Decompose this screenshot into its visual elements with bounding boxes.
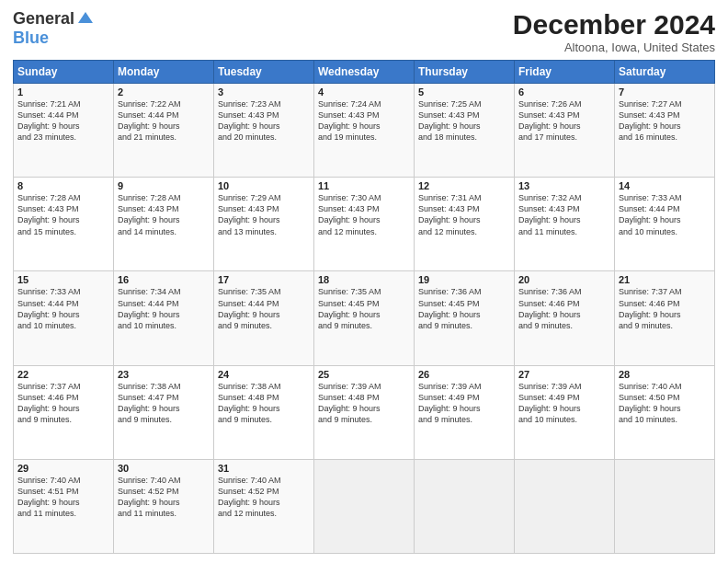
calendar-cell: 12Sunrise: 7:31 AM Sunset: 4:43 PM Dayli…	[415, 178, 515, 271]
calendar-cell: 2Sunrise: 7:22 AM Sunset: 4:44 PM Daylig…	[114, 84, 214, 178]
day-info: Sunrise: 7:37 AM Sunset: 4:46 PM Dayligh…	[619, 286, 711, 331]
day-info: Sunrise: 7:26 AM Sunset: 4:43 PM Dayligh…	[518, 98, 610, 144]
location: Altoona, Iowa, United States	[513, 40, 715, 54]
day-number: 3	[218, 86, 310, 98]
day-number: 22	[17, 369, 109, 380]
day-number: 28	[619, 369, 711, 380]
day-number: 1	[17, 86, 109, 98]
day-header-tuesday: Tuesday	[214, 61, 314, 84]
calendar-cell: 31Sunrise: 7:40 AM Sunset: 4:52 PM Dayli…	[214, 459, 314, 553]
day-number: 8	[17, 180, 109, 191]
calendar-cell: 26Sunrise: 7:39 AM Sunset: 4:49 PM Dayli…	[415, 365, 515, 459]
day-info: Sunrise: 7:27 AM Sunset: 4:43 PM Dayligh…	[619, 98, 711, 144]
day-info: Sunrise: 7:39 AM Sunset: 4:49 PM Dayligh…	[418, 381, 510, 426]
calendar-cell: 24Sunrise: 7:38 AM Sunset: 4:48 PM Dayli…	[214, 365, 314, 459]
day-number: 16	[118, 274, 210, 285]
calendar-cell: 10Sunrise: 7:29 AM Sunset: 4:43 PM Dayli…	[214, 178, 314, 271]
day-number: 10	[218, 180, 310, 191]
day-number: 4	[318, 86, 410, 98]
logo-blue-text: Blue	[13, 29, 49, 48]
calendar-cell: 17Sunrise: 7:35 AM Sunset: 4:44 PM Dayli…	[214, 271, 314, 365]
day-number: 19	[418, 274, 510, 285]
calendar-cell: 21Sunrise: 7:37 AM Sunset: 4:46 PM Dayli…	[615, 271, 715, 365]
calendar-cell: 27Sunrise: 7:39 AM Sunset: 4:49 PM Dayli…	[515, 365, 615, 459]
calendar-cell: 1Sunrise: 7:21 AM Sunset: 4:44 PM Daylig…	[14, 84, 114, 178]
day-info: Sunrise: 7:40 AM Sunset: 4:51 PM Dayligh…	[17, 475, 109, 520]
calendar-cell: 23Sunrise: 7:38 AM Sunset: 4:47 PM Dayli…	[114, 365, 214, 459]
day-number: 15	[17, 274, 109, 285]
day-number: 11	[318, 180, 410, 191]
day-info: Sunrise: 7:37 AM Sunset: 4:46 PM Dayligh…	[17, 381, 109, 426]
calendar-cell: 22Sunrise: 7:37 AM Sunset: 4:46 PM Dayli…	[14, 365, 114, 459]
day-number: 21	[619, 274, 711, 285]
day-info: Sunrise: 7:39 AM Sunset: 4:48 PM Dayligh…	[318, 381, 410, 426]
day-info: Sunrise: 7:29 AM Sunset: 4:43 PM Dayligh…	[218, 192, 310, 237]
calendar-cell: 28Sunrise: 7:40 AM Sunset: 4:50 PM Dayli…	[615, 365, 715, 459]
day-info: Sunrise: 7:21 AM Sunset: 4:44 PM Dayligh…	[17, 98, 109, 144]
calendar-cell: 4Sunrise: 7:24 AM Sunset: 4:43 PM Daylig…	[314, 84, 415, 178]
day-info: Sunrise: 7:32 AM Sunset: 4:43 PM Dayligh…	[518, 192, 610, 237]
day-number: 12	[418, 180, 510, 191]
calendar-cell	[314, 459, 415, 553]
calendar-cell: 5Sunrise: 7:25 AM Sunset: 4:43 PM Daylig…	[415, 84, 515, 178]
day-info: Sunrise: 7:40 AM Sunset: 4:50 PM Dayligh…	[619, 381, 711, 426]
day-info: Sunrise: 7:34 AM Sunset: 4:44 PM Dayligh…	[118, 286, 210, 331]
day-info: Sunrise: 7:31 AM Sunset: 4:43 PM Dayligh…	[418, 192, 510, 237]
calendar-cell: 29Sunrise: 7:40 AM Sunset: 4:51 PM Dayli…	[14, 459, 114, 553]
day-info: Sunrise: 7:25 AM Sunset: 4:43 PM Dayligh…	[418, 98, 510, 144]
day-info: Sunrise: 7:30 AM Sunset: 4:43 PM Dayligh…	[318, 192, 410, 237]
calendar-cell: 19Sunrise: 7:36 AM Sunset: 4:45 PM Dayli…	[415, 271, 515, 365]
day-number: 23	[118, 369, 210, 380]
day-info: Sunrise: 7:40 AM Sunset: 4:52 PM Dayligh…	[218, 475, 310, 520]
day-number: 5	[418, 86, 510, 98]
day-info: Sunrise: 7:22 AM Sunset: 4:44 PM Dayligh…	[118, 98, 210, 144]
day-header-saturday: Saturday	[615, 61, 715, 84]
day-info: Sunrise: 7:39 AM Sunset: 4:49 PM Dayligh…	[518, 381, 610, 426]
calendar-cell: 18Sunrise: 7:35 AM Sunset: 4:45 PM Dayli…	[314, 271, 415, 365]
calendar-cell: 7Sunrise: 7:27 AM Sunset: 4:43 PM Daylig…	[615, 84, 715, 178]
calendar-cell: 11Sunrise: 7:30 AM Sunset: 4:43 PM Dayli…	[314, 178, 415, 271]
day-info: Sunrise: 7:35 AM Sunset: 4:45 PM Dayligh…	[318, 286, 410, 331]
calendar: SundayMondayTuesdayWednesdayThursdayFrid…	[13, 60, 715, 554]
day-info: Sunrise: 7:36 AM Sunset: 4:45 PM Dayligh…	[418, 286, 510, 331]
calendar-cell: 14Sunrise: 7:33 AM Sunset: 4:44 PM Dayli…	[615, 178, 715, 271]
day-info: Sunrise: 7:24 AM Sunset: 4:43 PM Dayligh…	[318, 98, 410, 144]
day-info: Sunrise: 7:36 AM Sunset: 4:46 PM Dayligh…	[518, 286, 610, 331]
logo-general-text: General	[13, 9, 74, 29]
calendar-cell: 30Sunrise: 7:40 AM Sunset: 4:52 PM Dayli…	[114, 459, 214, 553]
day-number: 7	[619, 86, 711, 98]
day-info: Sunrise: 7:38 AM Sunset: 4:48 PM Dayligh…	[218, 381, 310, 426]
day-info: Sunrise: 7:33 AM Sunset: 4:44 PM Dayligh…	[17, 286, 109, 331]
calendar-cell: 9Sunrise: 7:28 AM Sunset: 4:43 PM Daylig…	[114, 178, 214, 271]
title-block: December 2024 Altoona, Iowa, United Stat…	[513, 9, 715, 54]
logo-icon	[76, 10, 95, 29]
day-info: Sunrise: 7:28 AM Sunset: 4:43 PM Dayligh…	[17, 192, 109, 237]
day-info: Sunrise: 7:40 AM Sunset: 4:52 PM Dayligh…	[118, 475, 210, 520]
calendar-cell	[515, 459, 615, 553]
day-number: 30	[118, 463, 210, 474]
day-number: 17	[218, 274, 310, 285]
day-number: 20	[518, 274, 610, 285]
calendar-cell: 15Sunrise: 7:33 AM Sunset: 4:44 PM Dayli…	[14, 271, 114, 365]
day-number: 13	[518, 180, 610, 191]
month-title: December 2024	[513, 9, 715, 40]
day-number: 2	[118, 86, 210, 98]
calendar-cell: 3Sunrise: 7:23 AM Sunset: 4:43 PM Daylig…	[214, 84, 314, 178]
day-info: Sunrise: 7:38 AM Sunset: 4:47 PM Dayligh…	[118, 381, 210, 426]
day-number: 26	[418, 369, 510, 380]
day-info: Sunrise: 7:23 AM Sunset: 4:43 PM Dayligh…	[218, 98, 310, 144]
calendar-cell: 6Sunrise: 7:26 AM Sunset: 4:43 PM Daylig…	[515, 84, 615, 178]
calendar-cell: 25Sunrise: 7:39 AM Sunset: 4:48 PM Dayli…	[314, 365, 415, 459]
day-number: 14	[619, 180, 711, 191]
day-number: 6	[518, 86, 610, 98]
day-number: 29	[17, 463, 109, 474]
day-number: 31	[218, 463, 310, 474]
day-number: 24	[218, 369, 310, 380]
calendar-cell: 16Sunrise: 7:34 AM Sunset: 4:44 PM Dayli…	[114, 271, 214, 365]
svg-marker-0	[78, 12, 93, 23]
day-header-thursday: Thursday	[415, 61, 515, 84]
calendar-cell: 13Sunrise: 7:32 AM Sunset: 4:43 PM Dayli…	[515, 178, 615, 271]
day-header-wednesday: Wednesday	[314, 61, 415, 84]
logo: General Blue	[13, 9, 95, 48]
calendar-cell	[415, 459, 515, 553]
